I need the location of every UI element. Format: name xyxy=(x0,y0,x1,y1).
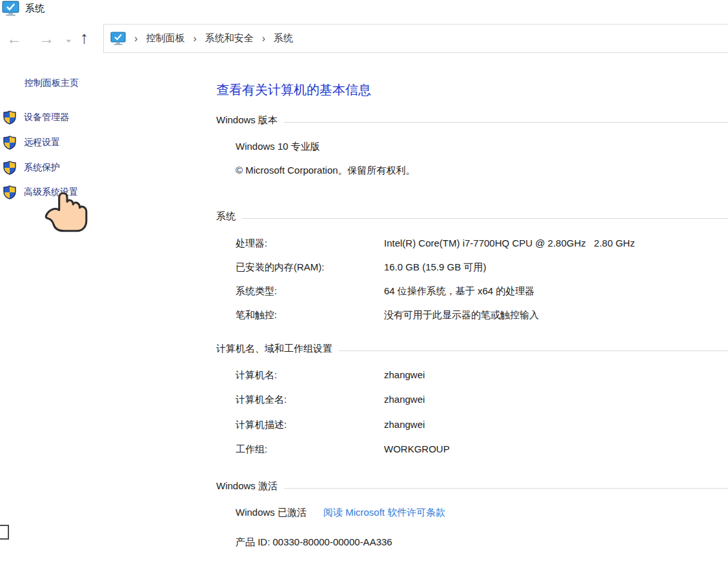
sidebar-item-advanced-system-settings[interactable]: 高级系统设置 xyxy=(3,185,78,199)
section-divider xyxy=(284,488,728,489)
uac-shield-icon xyxy=(3,185,16,199)
row-label: 计算机描述: xyxy=(236,419,384,431)
back-icon[interactable]: ← xyxy=(6,31,22,46)
table-row: 已安装的内存(RAM): 16.0 GB (15.9 GB 可用) xyxy=(236,261,728,274)
row-label: 工作组: xyxy=(236,443,384,456)
uac-shield-icon xyxy=(3,110,16,125)
row-label: 系统类型: xyxy=(236,285,384,298)
sidebar-item-label: 远程设置 xyxy=(24,137,60,148)
table-row: 笔和触控: 没有可用于此显示器的笔或触控输入 xyxy=(236,309,728,321)
section-title: Windows 激活 xyxy=(216,480,278,492)
sidebar-item-control-panel-home[interactable]: 控制面板主页 xyxy=(25,77,79,89)
sidebar-item-system-protection[interactable]: 系统保护 xyxy=(3,161,60,175)
cutoff-icon-fragment xyxy=(0,525,9,540)
row-value: 16.0 GB (15.9 GB 可用) xyxy=(384,261,486,274)
activation-status: Windows 已激活 xyxy=(236,507,307,519)
row-value: zhangwei xyxy=(384,419,425,431)
section-title: 系统 xyxy=(216,210,236,223)
breadcrumb-separator-icon: › xyxy=(193,33,196,45)
section-divider xyxy=(242,218,728,219)
row-value: zhangwei xyxy=(384,394,425,406)
section-header-windows-edition: Windows 版本 xyxy=(216,114,728,127)
row-label: 处理器: xyxy=(236,238,384,250)
forward-icon[interactable]: → xyxy=(39,31,54,46)
table-row: 计算机描述: zhangwei xyxy=(236,419,728,431)
row-value: 64 位操作系统，基于 x64 的处理器 xyxy=(384,285,534,298)
table-row: 计算机名: zhangwei xyxy=(236,369,728,381)
uac-shield-icon xyxy=(3,161,16,175)
page-title: 查看有关计算机的基本信息 xyxy=(216,81,371,99)
row-label: 笔和触控: xyxy=(236,309,384,321)
table-row: 工作组: WORKGROUP xyxy=(236,443,728,456)
table-row: 处理器: Intel(R) Core(TM) i7-7700HQ CPU @ 2… xyxy=(236,238,728,250)
row-label: 计算机全名: xyxy=(236,394,384,406)
row-label: 计算机名: xyxy=(236,369,384,381)
breadcrumb-control-panel[interactable]: 控制面板 xyxy=(146,32,185,45)
system-monitor-icon xyxy=(2,1,19,17)
row-value: zhangwei xyxy=(384,369,425,381)
breadcrumb-monitor-icon xyxy=(110,32,126,46)
sidebar-item-label: 设备管理器 xyxy=(24,112,69,123)
section-divider xyxy=(284,122,728,123)
breadcrumb-separator-icon: › xyxy=(134,33,137,45)
table-row: 计算机全名: zhangwei xyxy=(236,394,728,406)
row-value: 没有可用于此显示器的笔或触控输入 xyxy=(384,309,539,321)
main-content: 查看有关计算机的基本信息 Windows 版本 Windows 10 专业版 ©… xyxy=(216,0,728,568)
table-row: 系统类型: 64 位操作系统，基于 x64 的处理器 xyxy=(236,285,728,298)
window-title: 系统 xyxy=(25,3,45,15)
section-header-windows-activation: Windows 激活 xyxy=(216,480,728,492)
license-terms-link[interactable]: 阅读 Microsoft 软件许可条款 xyxy=(323,507,445,519)
sidebar-item-remote-settings[interactable]: 远程设置 xyxy=(3,136,60,150)
sidebar-item-label: 高级系统设置 xyxy=(24,187,78,198)
uac-shield-icon xyxy=(3,136,16,150)
row-value: Intel(R) Core(TM) i7-7700HQ CPU @ 2.80GH… xyxy=(384,238,635,250)
section-header-computer-name: 计算机名、域和工作组设置 xyxy=(216,343,728,355)
recent-locations-chevron-icon[interactable]: ⌄ xyxy=(65,34,73,43)
row-value: WORKGROUP xyxy=(384,443,450,456)
product-id-text: 产品 ID: 00330-80000-00000-AA336 xyxy=(236,536,392,549)
up-icon[interactable]: ↑ xyxy=(80,29,88,46)
section-title: 计算机名、域和工作组设置 xyxy=(216,343,332,355)
section-divider xyxy=(339,350,728,351)
sidebar-item-label: 系统保护 xyxy=(24,162,60,174)
row-label: 已安装的内存(RAM): xyxy=(236,261,384,274)
section-title: Windows 版本 xyxy=(216,114,278,127)
copyright-text: © Microsoft Corporation。保留所有权利。 xyxy=(236,165,416,177)
windows-edition-text: Windows 10 专业版 xyxy=(236,141,320,153)
sidebar-item-device-manager[interactable]: 设备管理器 xyxy=(3,110,69,125)
section-header-system: 系统 xyxy=(216,210,728,223)
